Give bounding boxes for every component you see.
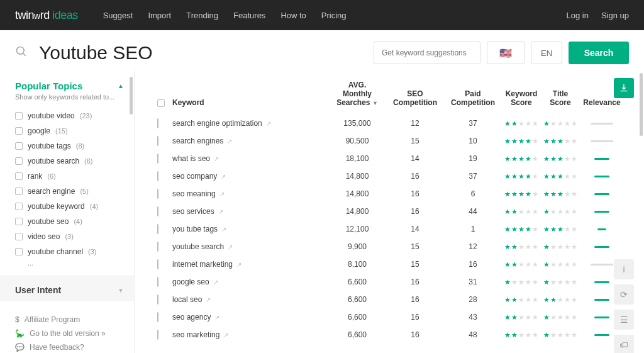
topic-item[interactable]: rank (6) bbox=[15, 169, 124, 184]
row-checkbox[interactable] bbox=[157, 206, 158, 216]
topic-item[interactable]: youtube video (23) bbox=[15, 108, 124, 123]
search-button[interactable]: Search bbox=[569, 42, 629, 64]
content-scrollbar[interactable] bbox=[640, 73, 643, 136]
topic-item[interactable]: youtube tags (8) bbox=[15, 138, 124, 154]
keyword-text[interactable]: seo meaning bbox=[172, 189, 216, 198]
external-link-icon[interactable]: ↗ bbox=[221, 173, 226, 180]
keyword-text[interactable]: you tube tags bbox=[172, 225, 218, 233]
external-link-icon[interactable]: ↗ bbox=[236, 261, 242, 268]
external-link-icon[interactable]: ↗ bbox=[214, 314, 219, 321]
row-checkbox[interactable] bbox=[157, 277, 158, 287]
external-link-icon[interactable]: ↗ bbox=[214, 155, 219, 162]
topic-checkbox[interactable] bbox=[15, 203, 23, 210]
row-checkbox[interactable] bbox=[157, 224, 158, 234]
th-paid-comp[interactable]: PaidCompetition bbox=[444, 89, 502, 107]
popular-topics-toggle[interactable]: Popular Topics ▲ bbox=[15, 81, 124, 91]
keyword-text[interactable]: seo services bbox=[172, 207, 214, 216]
external-link-icon[interactable]: ↗ bbox=[228, 244, 233, 250]
star-icon: ★ bbox=[518, 261, 525, 269]
row-checkbox[interactable] bbox=[157, 294, 158, 305]
list-button[interactable]: ☰ bbox=[614, 310, 634, 330]
row-checkbox[interactable] bbox=[157, 330, 158, 340]
row-checkbox[interactable] bbox=[157, 171, 158, 181]
star-icon: ★ bbox=[543, 296, 550, 304]
star-icon: ★ bbox=[557, 190, 564, 198]
external-link-icon[interactable]: ↗ bbox=[219, 191, 225, 198]
user-intent-toggle[interactable]: User Intent ▼ bbox=[15, 285, 124, 295]
nav-trending[interactable]: Trending bbox=[186, 11, 218, 20]
language-select[interactable]: EN bbox=[531, 42, 562, 64]
row-checkbox[interactable] bbox=[157, 154, 158, 164]
topic-item[interactable]: youtube seo (4) bbox=[15, 214, 124, 229]
info-button[interactable]: i bbox=[614, 259, 634, 279]
th-avg-searches[interactable]: AVG.Monthly Searches ▼ bbox=[328, 81, 386, 107]
external-link-icon[interactable]: ↗ bbox=[223, 332, 228, 339]
sign-up-link[interactable]: Sign up bbox=[601, 11, 629, 20]
row-checkbox[interactable] bbox=[157, 259, 158, 269]
external-link-icon[interactable]: ↗ bbox=[213, 279, 218, 286]
th-relevance[interactable]: Relevance bbox=[580, 98, 624, 107]
row-checkbox[interactable] bbox=[157, 189, 158, 199]
nav-features[interactable]: Features bbox=[233, 11, 265, 20]
topic-checkbox[interactable] bbox=[15, 157, 23, 165]
keyword-text[interactable]: search engine optimization bbox=[172, 119, 262, 128]
select-all-checkbox[interactable] bbox=[157, 99, 165, 107]
row-checkbox[interactable] bbox=[157, 136, 158, 146]
topic-checkbox[interactable] bbox=[15, 112, 23, 120]
topic-checkbox[interactable] bbox=[15, 248, 23, 255]
more-topics[interactable]: ... bbox=[15, 259, 124, 267]
topic-item[interactable]: video seo (3) bbox=[15, 229, 124, 244]
suggestion-input[interactable] bbox=[374, 42, 480, 64]
th-seo-comp[interactable]: SEOCompetition bbox=[386, 89, 444, 107]
old-version-link[interactable]: 🦕Go to the old version » bbox=[15, 327, 124, 340]
topic-checkbox[interactable] bbox=[15, 127, 23, 135]
country-select[interactable]: 🇺🇸 bbox=[487, 42, 525, 64]
keyword-text[interactable]: seo agency bbox=[172, 313, 211, 322]
search-query[interactable]: Youtube SEO bbox=[39, 42, 367, 64]
external-link-icon[interactable]: ↗ bbox=[221, 226, 226, 233]
keyword-text[interactable]: youtube search bbox=[172, 242, 224, 251]
affiliate-link[interactable]: $Affiliate Program bbox=[15, 313, 124, 327]
keyword-text[interactable]: google seo bbox=[172, 277, 209, 286]
keyword-text[interactable]: seo marketing bbox=[172, 330, 219, 339]
feedback-link[interactable]: 💬Have feedback? bbox=[15, 340, 124, 353]
nav-import[interactable]: Import bbox=[148, 11, 171, 20]
external-link-icon[interactable]: ↗ bbox=[266, 120, 271, 127]
topic-checkbox[interactable] bbox=[15, 142, 23, 150]
topic-checkbox[interactable] bbox=[15, 188, 23, 195]
tag-button[interactable]: 🏷 bbox=[614, 335, 634, 353]
nav-pricing[interactable]: Pricing bbox=[321, 11, 347, 20]
row-checkbox[interactable] bbox=[157, 118, 158, 128]
keyword-text[interactable]: what is seo bbox=[172, 154, 210, 163]
topic-checkbox[interactable] bbox=[15, 218, 23, 225]
log-in-link[interactable]: Log in bbox=[566, 11, 588, 20]
nav-how-to[interactable]: How to bbox=[280, 11, 306, 20]
topic-checkbox[interactable] bbox=[15, 233, 23, 240]
topic-item[interactable]: search engine (5) bbox=[15, 184, 124, 199]
external-link-icon[interactable]: ↗ bbox=[206, 296, 211, 303]
th-keyword[interactable]: Keyword bbox=[172, 98, 328, 107]
topic-item[interactable]: youtube channel (3) bbox=[15, 244, 124, 259]
keyword-text[interactable]: internet marketing bbox=[172, 260, 233, 269]
nav-suggest[interactable]: Suggest bbox=[103, 11, 133, 20]
topic-checkbox[interactable] bbox=[15, 172, 23, 180]
table-row: search engine optimization↗135,0001237★★… bbox=[157, 115, 639, 132]
topic-item[interactable]: youtube keyword (4) bbox=[15, 199, 124, 214]
download-button[interactable] bbox=[614, 78, 634, 98]
star-icon: ★ bbox=[571, 261, 577, 269]
refresh-button[interactable]: ⟳ bbox=[614, 284, 634, 305]
topic-item[interactable]: google (15) bbox=[15, 123, 124, 138]
keyword-text[interactable]: search engines bbox=[172, 137, 223, 145]
row-checkbox[interactable] bbox=[157, 312, 158, 322]
th-kw-score[interactable]: KeywordScore bbox=[502, 89, 541, 107]
logo[interactable]: twinwrd ideas bbox=[15, 9, 78, 22]
keyword-text[interactable]: local seo bbox=[172, 295, 202, 304]
external-link-icon[interactable]: ↗ bbox=[227, 138, 232, 145]
sidebar-scrollbar[interactable] bbox=[130, 77, 133, 115]
star-icon: ★ bbox=[511, 243, 518, 251]
external-link-icon[interactable]: ↗ bbox=[218, 208, 223, 215]
th-title-score[interactable]: TitleScore bbox=[541, 89, 580, 107]
keyword-text[interactable]: seo company bbox=[172, 172, 217, 181]
topic-item[interactable]: youtube search (6) bbox=[15, 154, 124, 169]
row-checkbox[interactable] bbox=[157, 242, 158, 252]
